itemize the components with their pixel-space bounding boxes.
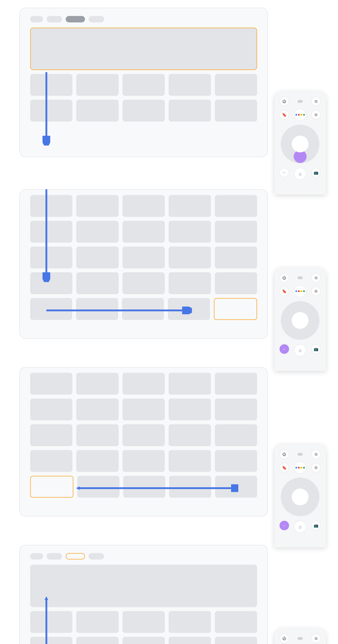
tile[interactable] [76,424,118,446]
back-button[interactable]: ← [280,168,289,177]
assistant-button[interactable] [294,462,306,474]
live-button[interactable]: 📺 [311,168,321,177]
tab[interactable] [47,553,62,560]
tile[interactable] [122,272,165,294]
tab[interactable] [47,16,62,22]
tile[interactable] [76,450,118,472]
tile[interactable] [122,100,165,122]
tile[interactable] [30,195,72,217]
tile[interactable] [76,398,118,420]
tile[interactable] [215,272,257,294]
home-button[interactable]: ⌂ [294,521,306,533]
dpad-center[interactable] [292,312,308,329]
dpad-center[interactable] [292,488,308,505]
tile[interactable] [76,221,118,243]
assistant-button[interactable] [294,285,306,297]
bookmark-button[interactable]: 🔖 [280,110,289,120]
input-button[interactable]: ⧉ [311,96,321,106]
tab[interactable] [30,16,43,22]
tile[interactable] [215,74,257,96]
tile[interactable] [168,450,211,472]
hero[interactable] [30,565,257,607]
tile[interactable] [30,298,72,320]
back-button-highlighted[interactable]: ← [280,521,289,530]
tile[interactable] [30,424,72,446]
tile[interactable] [122,74,165,96]
tile[interactable] [76,100,118,122]
tile[interactable] [30,637,72,644]
tile[interactable] [76,74,118,96]
tile[interactable] [215,611,257,633]
tile[interactable] [168,246,211,268]
dpad[interactable] [281,478,320,516]
tile-focused[interactable] [214,298,257,320]
bookmark-button[interactable]: 🔖 [280,463,289,472]
tile[interactable] [215,398,257,420]
dpad-center[interactable] [292,136,308,152]
tile[interactable] [122,450,165,472]
dpad[interactable] [281,301,320,340]
tile[interactable] [122,637,165,644]
assistant-button[interactable] [294,109,306,121]
tile[interactable] [30,74,72,96]
tile[interactable] [169,476,211,498]
power-button[interactable]: ⏻ [280,450,289,459]
tile[interactable] [215,476,257,498]
tile[interactable] [76,246,118,268]
tile[interactable] [76,611,118,633]
tile[interactable] [215,221,257,243]
tile[interactable] [215,373,257,395]
tile[interactable] [76,637,118,644]
power-button[interactable]: ⏻ [280,634,289,643]
tile[interactable] [76,298,118,320]
tile[interactable] [168,100,211,122]
tile[interactable] [168,298,210,320]
tile[interactable] [77,476,119,498]
tile[interactable] [122,424,165,446]
tab-active[interactable] [66,16,85,22]
tile[interactable] [122,246,165,268]
settings-button[interactable]: ⚙ [311,286,321,296]
tab[interactable] [88,553,104,560]
power-button[interactable]: ⏻ [280,273,289,282]
tile[interactable] [122,221,165,243]
tile[interactable] [122,298,164,320]
tile[interactable] [215,637,257,644]
settings-button[interactable]: ⚙ [311,463,321,472]
tile[interactable] [168,611,211,633]
tile-focused[interactable] [30,476,74,498]
tile[interactable] [30,450,72,472]
live-button[interactable]: 📺 [311,344,321,354]
bookmark-button[interactable]: 🔖 [280,286,289,296]
tile[interactable] [168,424,211,446]
tile[interactable] [30,611,72,633]
live-button[interactable]: 📺 [311,521,321,530]
tab[interactable] [88,16,104,22]
input-button[interactable]: ⧉ [311,450,321,459]
tile[interactable] [30,100,72,122]
back-button-highlighted[interactable]: ← [280,344,289,354]
tile[interactable] [215,195,257,217]
tile[interactable] [215,450,257,472]
tile[interactable] [122,195,165,217]
tile[interactable] [123,476,165,498]
tab[interactable] [30,553,43,560]
tile[interactable] [168,195,211,217]
tile[interactable] [30,246,72,268]
dpad[interactable] [281,125,320,163]
hero-focused[interactable] [30,28,257,70]
tile[interactable] [76,272,118,294]
input-button[interactable]: ⧉ [311,273,321,282]
tile[interactable] [122,398,165,420]
tile[interactable] [76,373,118,395]
tile[interactable] [215,246,257,268]
tile[interactable] [215,100,257,122]
tile[interactable] [168,398,211,420]
input-button[interactable]: ⧉ [311,634,321,643]
tab-focused[interactable] [66,553,85,560]
power-button[interactable]: ⏻ [280,96,289,106]
home-button[interactable]: ⌂ [294,168,306,180]
tile[interactable] [30,373,72,395]
tile[interactable] [30,272,72,294]
tile[interactable] [30,398,72,420]
